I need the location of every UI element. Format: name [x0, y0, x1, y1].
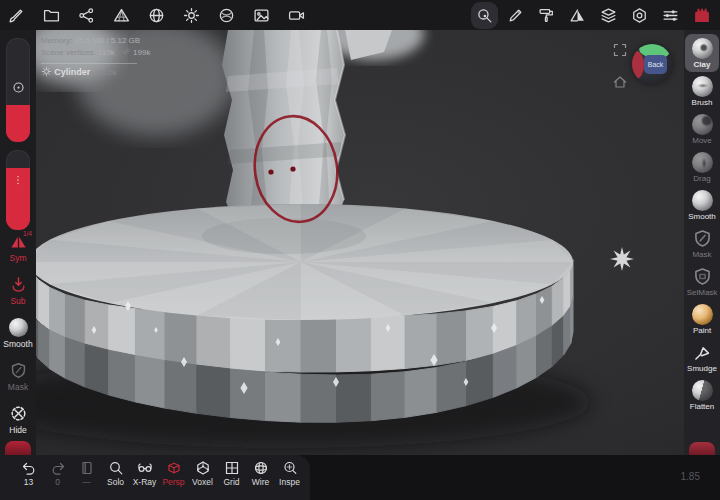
- shield-icon: [9, 361, 28, 380]
- brush-tool-move[interactable]: Move: [685, 110, 719, 148]
- smudge-icon: [692, 342, 713, 363]
- radius-dot-icon: [11, 80, 26, 95]
- sphere-drag: [692, 152, 713, 173]
- bottom-panel: 13 0 — Solo X-Ray: [0, 455, 310, 500]
- tool-label: Smooth: [688, 212, 716, 221]
- topbar-left-group: [8, 7, 305, 24]
- tool-label: Drag: [693, 174, 710, 183]
- tool-badge: 1/4: [23, 230, 32, 237]
- toggle-label: Grid: [223, 477, 239, 487]
- toolbar-button-sharenodesicon[interactable]: [78, 7, 95, 24]
- partial-tool-item[interactable]: [5, 441, 31, 455]
- toolbar-button-pyramidmeshicon[interactable]: [113, 7, 130, 24]
- history-button-redoicon[interactable]: 0: [43, 455, 72, 500]
- left-tool-hide[interactable]: Hide: [0, 404, 36, 435]
- separator-dot: ·: [117, 48, 120, 57]
- brush-tool-drag[interactable]: Drag: [685, 148, 719, 186]
- history-button-bookicon[interactable]: —: [72, 455, 101, 500]
- brush-cursor-icon: [8, 7, 25, 24]
- scale-value: 1.85: [681, 471, 700, 482]
- link-icon: [122, 47, 131, 56]
- toggle-label: Solo: [107, 477, 124, 487]
- camera-icon: [288, 7, 305, 24]
- toolbar-button-zoomsphereicon[interactable]: [476, 7, 493, 24]
- nav-gizmo[interactable]: Back: [632, 44, 672, 84]
- wire-icon: [253, 460, 269, 476]
- history-button-undoicon[interactable]: 13: [14, 455, 43, 500]
- history-group: 13 0 —: [14, 455, 101, 500]
- scene-info: Memory: 95.6 MB / 5.12 GB Scene vertices…: [41, 35, 150, 80]
- sun-icon: [183, 7, 200, 24]
- toolbar-button-layersicon[interactable]: [600, 7, 617, 24]
- view-toggle-group: Solo X-Ray Persp Voxel Grid: [101, 455, 304, 500]
- toolbar-button-paintrollericon[interactable]: [538, 7, 555, 24]
- expand-icon[interactable]: [612, 42, 628, 58]
- toggle-label: X-Ray: [133, 477, 157, 487]
- toolbar-button-pencilicon[interactable]: [507, 7, 524, 24]
- object-detail: · 12.0k: [92, 68, 116, 77]
- view-toggle-inspe[interactable]: Inspe: [275, 455, 304, 500]
- view-toggle-voxel[interactable]: Voxel: [188, 455, 217, 500]
- toolbar-button-matcapsphereicon[interactable]: [218, 7, 235, 24]
- inspect-icon: [282, 460, 298, 476]
- sliders-icon: [662, 7, 679, 24]
- undo-icon: [21, 460, 37, 476]
- brush-tool-brush[interactable]: Brush: [685, 72, 719, 110]
- brush-tool-flatten[interactable]: Flatten: [685, 376, 719, 414]
- toolbar-button-slidersicon[interactable]: [662, 7, 679, 24]
- brush-tool-clay[interactable]: Clay: [685, 34, 719, 72]
- view-toggle-persp[interactable]: Persp: [159, 455, 188, 500]
- app-logo-icon[interactable]: [692, 5, 712, 25]
- top-toolbar: [0, 0, 720, 30]
- brush-tool-smooth[interactable]: Smooth: [685, 186, 719, 224]
- tool-label: Sub: [10, 296, 25, 306]
- left-tool-sym[interactable]: 1/4 Sym: [0, 232, 36, 263]
- nav-back-face[interactable]: Back: [644, 55, 667, 74]
- toolbar-button-globeicon[interactable]: [148, 7, 165, 24]
- pencil-icon: [507, 7, 524, 24]
- vertices-value: 110k: [98, 48, 115, 57]
- paint-roller-icon: [538, 7, 555, 24]
- toggle-label: Voxel: [192, 477, 213, 487]
- view-toggle-grid[interactable]: Grid: [217, 455, 246, 500]
- radius-slider[interactable]: [6, 38, 30, 142]
- sculpt-model-canvas[interactable]: [36, 30, 684, 455]
- share-nodes-icon: [78, 7, 95, 24]
- left-tool-mask[interactable]: Mask: [0, 361, 36, 392]
- intensity-slider[interactable]: [6, 150, 30, 230]
- view-toggle-solo[interactable]: Solo: [101, 455, 130, 500]
- history-count: 13: [24, 477, 33, 487]
- left-tool-sub[interactable]: Sub: [0, 275, 36, 306]
- toolbar-button-cameraicon[interactable]: [288, 7, 305, 24]
- view-toggle-xray[interactable]: X-Ray: [130, 455, 159, 500]
- tool-label: Mask: [692, 250, 711, 259]
- sphere-clay: [692, 38, 713, 59]
- info-divider: [41, 63, 137, 64]
- toolbar-button-settingsicon[interactable]: [631, 7, 648, 24]
- left-tool-smooth[interactable]: Smooth: [0, 318, 36, 349]
- toolbar-button-foldericon[interactable]: [43, 7, 60, 24]
- brush-tool-selmask[interactable]: SelMask: [685, 262, 719, 300]
- view-toggle-wire[interactable]: Wire: [246, 455, 275, 500]
- partial-tool-item[interactable]: [689, 442, 715, 455]
- pyramid-mesh-icon: [113, 7, 130, 24]
- validate-star-icon[interactable]: [610, 247, 634, 271]
- gear-flower-icon: [41, 68, 52, 77]
- left-tool-list: 1/4 Sym Sub Smooth Mask Hi: [0, 232, 36, 435]
- brush-tool-paint[interactable]: Paint: [685, 300, 719, 338]
- object-row[interactable]: Cylinder · 12.0k: [41, 66, 150, 80]
- toolbar-button-imageicon[interactable]: [253, 7, 270, 24]
- tool-label: Brush: [692, 98, 713, 107]
- brush-tool-mask[interactable]: Mask: [685, 224, 719, 262]
- brush-tool-smudge[interactable]: Smudge: [685, 338, 719, 376]
- tool-label: Flatten: [690, 402, 714, 411]
- faces-value: 199k: [133, 48, 150, 57]
- history-count: 0: [55, 477, 60, 487]
- grid-icon: [224, 460, 240, 476]
- toolbar-button-sunicon[interactable]: [183, 7, 200, 24]
- xray-icon: [137, 460, 153, 476]
- toolbar-button-brushcursoricon[interactable]: [8, 7, 25, 24]
- toolbar-button-symmetryicon[interactable]: [569, 7, 586, 24]
- viewport-3d[interactable]: Memory: 95.6 MB / 5.12 GB Scene vertices…: [36, 30, 684, 455]
- home-icon[interactable]: [612, 74, 628, 90]
